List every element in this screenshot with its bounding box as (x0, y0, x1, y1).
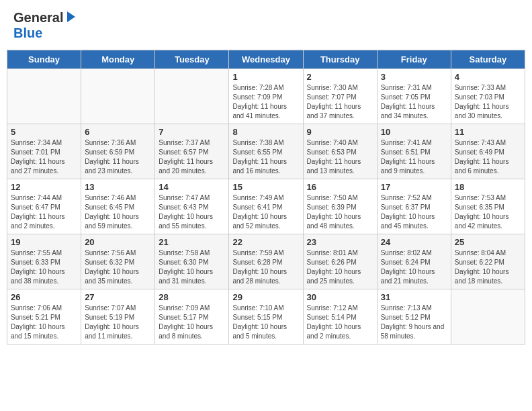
page-header: General Blue (7, 7, 525, 44)
calendar-week-row: 26Sunrise: 7:06 AM Sunset: 5:21 PM Dayli… (7, 289, 525, 345)
calendar-week-row: 19Sunrise: 7:55 AM Sunset: 6:33 PM Dayli… (7, 234, 525, 289)
calendar-cell: 10Sunrise: 7:41 AM Sunset: 6:51 PM Dayli… (377, 124, 451, 179)
day-info: Sunrise: 8:01 AM Sunset: 6:26 PM Dayligh… (307, 248, 373, 286)
calendar-cell: 22Sunrise: 7:59 AM Sunset: 6:28 PM Dayli… (229, 234, 303, 289)
day-info: Sunrise: 7:07 AM Sunset: 5:19 PM Dayligh… (85, 304, 151, 341)
calendar-body: 1Sunrise: 7:28 AM Sunset: 7:09 PM Daylig… (7, 69, 525, 345)
day-info: Sunrise: 7:58 AM Sunset: 6:30 PM Dayligh… (159, 248, 225, 286)
days-of-week-row: SundayMondayTuesdayWednesdayThursdayFrid… (7, 50, 525, 69)
calendar-cell: 5Sunrise: 7:34 AM Sunset: 7:01 PM Daylig… (7, 124, 81, 179)
calendar-cell (7, 69, 81, 124)
day-number: 5 (11, 127, 77, 137)
day-number: 8 (232, 127, 299, 137)
day-info: Sunrise: 8:02 AM Sunset: 6:24 PM Dayligh… (381, 248, 447, 286)
day-of-week-header: Thursday (303, 50, 377, 69)
day-number: 2 (307, 72, 373, 82)
calendar-cell: 30Sunrise: 7:12 AM Sunset: 5:14 PM Dayli… (303, 289, 377, 345)
calendar-week-row: 1Sunrise: 7:28 AM Sunset: 7:09 PM Daylig… (7, 69, 525, 124)
calendar-cell: 1Sunrise: 7:28 AM Sunset: 7:09 PM Daylig… (229, 69, 303, 124)
day-number: 11 (455, 127, 521, 137)
calendar-cell: 2Sunrise: 7:30 AM Sunset: 7:07 PM Daylig… (303, 69, 377, 124)
day-of-week-header: Wednesday (229, 50, 303, 69)
calendar-cell: 31Sunrise: 7:13 AM Sunset: 5:12 PM Dayli… (377, 289, 451, 345)
logo-triangle-icon (64, 10, 78, 24)
calendar-cell: 26Sunrise: 7:06 AM Sunset: 5:21 PM Dayli… (7, 289, 81, 345)
day-info: Sunrise: 7:33 AM Sunset: 7:03 PM Dayligh… (455, 83, 521, 121)
day-info: Sunrise: 7:12 AM Sunset: 5:14 PM Dayligh… (307, 304, 373, 341)
day-info: Sunrise: 7:50 AM Sunset: 6:39 PM Dayligh… (307, 193, 373, 231)
calendar-cell: 20Sunrise: 7:56 AM Sunset: 6:32 PM Dayli… (81, 234, 155, 289)
day-info: Sunrise: 7:47 AM Sunset: 6:43 PM Dayligh… (159, 193, 225, 231)
day-info: Sunrise: 7:56 AM Sunset: 6:32 PM Dayligh… (85, 248, 151, 286)
day-info: Sunrise: 7:59 AM Sunset: 6:28 PM Dayligh… (232, 248, 299, 286)
calendar-cell (81, 69, 155, 124)
calendar-cell: 8Sunrise: 7:38 AM Sunset: 6:55 PM Daylig… (229, 124, 303, 179)
day-number: 9 (307, 127, 373, 137)
calendar-table: SundayMondayTuesdayWednesdayThursdayFrid… (7, 50, 525, 345)
calendar-cell: 3Sunrise: 7:31 AM Sunset: 7:05 PM Daylig… (377, 69, 451, 124)
day-info: Sunrise: 7:28 AM Sunset: 7:09 PM Dayligh… (232, 83, 299, 121)
day-number: 16 (307, 182, 373, 192)
day-info: Sunrise: 7:43 AM Sunset: 6:49 PM Dayligh… (455, 138, 521, 176)
day-info: Sunrise: 7:36 AM Sunset: 6:59 PM Dayligh… (85, 138, 151, 176)
calendar-cell: 4Sunrise: 7:33 AM Sunset: 7:03 PM Daylig… (451, 69, 525, 124)
day-number: 29 (232, 292, 299, 302)
day-info: Sunrise: 7:40 AM Sunset: 6:53 PM Dayligh… (307, 138, 373, 176)
day-number: 6 (85, 127, 151, 137)
day-info: Sunrise: 7:38 AM Sunset: 6:55 PM Dayligh… (232, 138, 299, 176)
day-number: 13 (85, 182, 151, 192)
day-number: 23 (307, 237, 373, 247)
calendar-cell: 25Sunrise: 8:04 AM Sunset: 6:22 PM Dayli… (451, 234, 525, 289)
day-number: 20 (85, 237, 151, 247)
calendar-week-row: 12Sunrise: 7:44 AM Sunset: 6:47 PM Dayli… (7, 179, 525, 234)
logo: General Blue (13, 10, 78, 41)
day-number: 12 (11, 182, 77, 192)
day-info: Sunrise: 7:30 AM Sunset: 7:07 PM Dayligh… (307, 83, 373, 121)
day-info: Sunrise: 7:06 AM Sunset: 5:21 PM Dayligh… (11, 304, 77, 341)
calendar-cell: 17Sunrise: 7:52 AM Sunset: 6:37 PM Dayli… (377, 179, 451, 234)
calendar-week-row: 5Sunrise: 7:34 AM Sunset: 7:01 PM Daylig… (7, 124, 525, 179)
day-number: 18 (455, 182, 521, 192)
day-info: Sunrise: 7:49 AM Sunset: 6:41 PM Dayligh… (232, 193, 299, 231)
calendar-cell: 12Sunrise: 7:44 AM Sunset: 6:47 PM Dayli… (7, 179, 81, 234)
calendar-cell: 7Sunrise: 7:37 AM Sunset: 6:57 PM Daylig… (155, 124, 229, 179)
calendar-cell: 27Sunrise: 7:07 AM Sunset: 5:19 PM Dayli… (81, 289, 155, 345)
day-info: Sunrise: 7:41 AM Sunset: 6:51 PM Dayligh… (381, 138, 447, 176)
calendar-header: SundayMondayTuesdayWednesdayThursdayFrid… (7, 50, 525, 69)
calendar-cell: 29Sunrise: 7:10 AM Sunset: 5:15 PM Dayli… (229, 289, 303, 345)
day-info: Sunrise: 8:04 AM Sunset: 6:22 PM Dayligh… (455, 248, 521, 286)
day-number: 7 (159, 127, 225, 137)
day-of-week-header: Tuesday (155, 50, 229, 69)
day-number: 3 (381, 72, 447, 82)
day-of-week-header: Sunday (7, 50, 81, 69)
day-number: 25 (455, 237, 521, 247)
day-of-week-header: Saturday (451, 50, 525, 69)
day-number: 21 (159, 237, 225, 247)
day-number: 15 (232, 182, 299, 192)
day-info: Sunrise: 7:55 AM Sunset: 6:33 PM Dayligh… (11, 248, 77, 286)
day-info: Sunrise: 7:10 AM Sunset: 5:15 PM Dayligh… (232, 304, 299, 341)
day-number: 24 (381, 237, 447, 247)
day-info: Sunrise: 7:44 AM Sunset: 6:47 PM Dayligh… (11, 193, 77, 231)
day-number: 10 (381, 127, 447, 137)
calendar-cell: 23Sunrise: 8:01 AM Sunset: 6:26 PM Dayli… (303, 234, 377, 289)
logo-general-text: General (13, 10, 63, 26)
day-info: Sunrise: 7:09 AM Sunset: 5:17 PM Dayligh… (159, 304, 225, 341)
calendar-cell: 24Sunrise: 8:02 AM Sunset: 6:24 PM Dayli… (377, 234, 451, 289)
day-of-week-header: Friday (377, 50, 451, 69)
calendar-cell (451, 289, 525, 345)
calendar-cell: 13Sunrise: 7:46 AM Sunset: 6:45 PM Dayli… (81, 179, 155, 234)
day-number: 26 (11, 292, 77, 302)
day-number: 31 (381, 292, 447, 302)
day-info: Sunrise: 7:53 AM Sunset: 6:35 PM Dayligh… (455, 193, 521, 231)
calendar-cell: 9Sunrise: 7:40 AM Sunset: 6:53 PM Daylig… (303, 124, 377, 179)
calendar-cell: 18Sunrise: 7:53 AM Sunset: 6:35 PM Dayli… (451, 179, 525, 234)
day-number: 22 (232, 237, 299, 247)
day-of-week-header: Monday (81, 50, 155, 69)
day-number: 27 (85, 292, 151, 302)
calendar-cell: 14Sunrise: 7:47 AM Sunset: 6:43 PM Dayli… (155, 179, 229, 234)
svg-marker-0 (67, 11, 75, 22)
calendar-cell: 11Sunrise: 7:43 AM Sunset: 6:49 PM Dayli… (451, 124, 525, 179)
day-info: Sunrise: 7:13 AM Sunset: 5:12 PM Dayligh… (381, 304, 447, 341)
day-info: Sunrise: 7:46 AM Sunset: 6:45 PM Dayligh… (85, 193, 151, 231)
